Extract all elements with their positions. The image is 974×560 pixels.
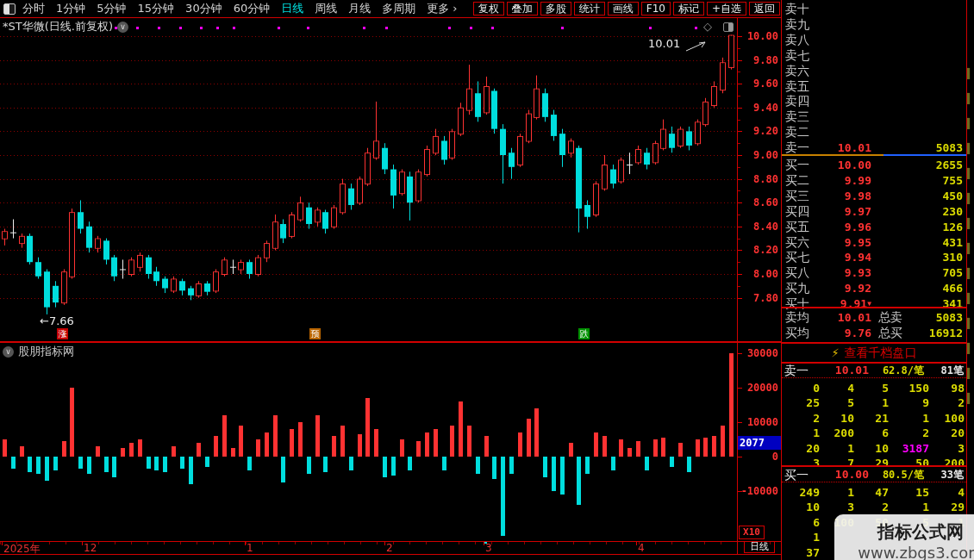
- menu-period-10[interactable]: 更多 ›: [427, 1, 457, 16]
- tool-button-0[interactable]: 复权: [473, 2, 504, 16]
- buy-level-6[interactable]: 买六9.95431: [782, 235, 966, 251]
- buy-level-8[interactable]: 买八9.93705: [782, 265, 966, 281]
- sell-level-5[interactable]: 卖五: [782, 79, 966, 95]
- buy-level-5-price: 9.96: [815, 220, 871, 235]
- sell-level-8[interactable]: 卖八: [782, 33, 966, 48]
- tool-button-6[interactable]: 标记: [673, 2, 704, 16]
- menu-period-2[interactable]: 5分钟: [97, 1, 126, 16]
- divider: [0, 541, 782, 542]
- window-split-icon[interactable]: [3, 3, 16, 15]
- buy-level-5[interactable]: 买五9.96126: [782, 220, 966, 235]
- vol-tick--10000: -10000: [741, 485, 778, 497]
- menu-period-5[interactable]: 60分钟: [234, 1, 271, 16]
- chevron-down-icon[interactable]: ∨: [117, 22, 128, 33]
- sell-level-2[interactable]: 卖二: [782, 125, 966, 140]
- menu-period-9[interactable]: 多周期: [382, 1, 415, 16]
- menu-period-4[interactable]: 30分钟: [185, 1, 222, 16]
- buy-queue-price: 10.00: [812, 468, 869, 481]
- divider: [0, 554, 782, 555]
- buy-queue-per-order: 80.5/笔: [871, 468, 924, 482]
- buy-queue-cell-0-3: 15: [893, 486, 929, 499]
- tool-button-5[interactable]: F10: [641, 2, 671, 16]
- sell-queue-per-order: 62.8/笔: [871, 364, 924, 378]
- buy-level-8-label: 买八: [785, 265, 809, 281]
- sell-level-4[interactable]: 卖四: [782, 94, 966, 109]
- level2-link[interactable]: ⚡ 查看千档盘口: [782, 345, 966, 361]
- tool-button-3[interactable]: 统计: [574, 2, 605, 16]
- buy-level-9-label: 买九: [785, 281, 809, 296]
- ratio-bar-buy: [883, 154, 966, 156]
- tool-menu: 复权叠加多股统计画线F10标记+自选返回: [473, 2, 782, 16]
- sell-level-9[interactable]: 卖九: [782, 17, 966, 33]
- price-tick-8.40: 8.40: [753, 221, 778, 233]
- sell-level-8-label: 卖八: [785, 33, 809, 48]
- price-axis: 10.009.809.609.409.209.008.808.608.408.2…: [737, 0, 782, 555]
- buy-level-4[interactable]: 买四9.97230: [782, 204, 966, 220]
- buy-queue-header: 买一10.0080.5/笔33笔: [782, 468, 966, 482]
- sell-level-10-label: 卖十: [785, 2, 809, 17]
- buy-queue-cell-1-3: 1: [893, 501, 929, 513]
- price-tick-8.00: 8.00: [753, 268, 778, 280]
- panel-toggle-icon[interactable]: [723, 22, 734, 32]
- buy-average-row: 买均 9.76 总买 16912: [782, 326, 966, 341]
- tool-button-8[interactable]: 返回: [749, 2, 780, 16]
- scale-toggle[interactable]: X10: [739, 526, 765, 539]
- menu-period-3[interactable]: 15分钟: [138, 1, 175, 16]
- sell-level-10[interactable]: 卖十: [782, 2, 966, 17]
- vol-tick-20000: 20000: [747, 382, 778, 394]
- chevron-down-icon[interactable]: ∨: [3, 346, 14, 358]
- sell-level-7[interactable]: 卖七: [782, 48, 966, 64]
- sell-queue-cell-0-2: 5: [852, 382, 889, 395]
- buy-level-7[interactable]: 买七9.94310: [782, 250, 966, 265]
- buy-level-1[interactable]: 买一10.002655: [782, 158, 966, 173]
- sell-level-3[interactable]: 卖三: [782, 109, 966, 125]
- menu-period-6[interactable]: 日线: [281, 1, 303, 16]
- sell-level-4-label: 卖四: [785, 94, 809, 109]
- total-buy-value: 16912: [902, 326, 963, 341]
- buy-level-9-volume: 466: [875, 281, 963, 296]
- buy-level-3-label: 买三: [785, 189, 809, 204]
- price-tick-8.20: 8.20: [753, 244, 778, 256]
- tool-button-2[interactable]: 多股: [540, 2, 571, 16]
- buy-queue-cell-1-2: 2: [852, 501, 889, 513]
- sell-level-6[interactable]: 卖六: [782, 64, 966, 79]
- quote-panel: 卖十卖九卖八卖七卖六卖五卖四卖三卖二卖一10.015083买一10.002655…: [782, 0, 966, 560]
- buy-queue-order-count: 33笔: [941, 468, 964, 482]
- price-tick-9.60: 9.60: [753, 78, 778, 90]
- timeline-label-3: 3: [485, 542, 492, 554]
- buy-queue-cell-1-0: 10: [784, 501, 820, 513]
- buy-avg-value: 9.76: [815, 326, 871, 341]
- buy-level-5-label: 买五: [785, 220, 809, 235]
- buy-level-6-price: 9.95: [815, 235, 871, 251]
- sell-queue-cell-3-0: 1: [784, 426, 820, 439]
- tool-button-4[interactable]: 画线: [608, 2, 639, 16]
- buy-level-3[interactable]: 买三9.98450: [782, 189, 966, 204]
- sell-queue-cell-3-3: 2: [893, 426, 929, 439]
- menu-period-7[interactable]: 周线: [315, 1, 337, 16]
- menu-period-8[interactable]: 月线: [348, 1, 371, 16]
- buy-level-2-label: 买二: [785, 173, 809, 189]
- price-tick-9.20: 9.20: [753, 125, 778, 137]
- total-sell-label: 总卖: [878, 310, 902, 326]
- buy-level-6-label: 买六: [785, 235, 809, 251]
- buy-level-1-label: 买一: [785, 158, 809, 173]
- menu-period-0[interactable]: 分时: [22, 1, 45, 16]
- buy-level-7-price: 9.94: [815, 250, 871, 265]
- buy-level-8-price: 9.93: [815, 265, 871, 281]
- buy-level-9[interactable]: 买九9.92466: [782, 281, 966, 296]
- period-box[interactable]: 日线: [744, 541, 775, 553]
- tool-button-7[interactable]: +自选: [707, 2, 746, 16]
- main-chart-canvas[interactable]: [0, 0, 738, 560]
- timeline-label-1: 1: [247, 542, 253, 554]
- timeline-label-12: 12: [84, 542, 97, 554]
- sell-average-row: 卖均 10.01 总卖 5083: [782, 310, 966, 326]
- vol-tick-10000: 10000: [747, 416, 778, 428]
- tool-button-1[interactable]: 叠加: [507, 2, 538, 16]
- total-sell-value: 5083: [902, 310, 963, 326]
- menu-period-1[interactable]: 1分钟: [56, 1, 85, 16]
- sell-queue-cell-4-1: 1: [818, 442, 854, 455]
- sell-queue-cell-1-1: 5: [818, 396, 854, 409]
- buy-queue-cell-3-0: 1: [784, 531, 820, 544]
- buy-level-3-price: 9.98: [815, 189, 871, 204]
- buy-level-2[interactable]: 买二9.99755: [782, 173, 966, 189]
